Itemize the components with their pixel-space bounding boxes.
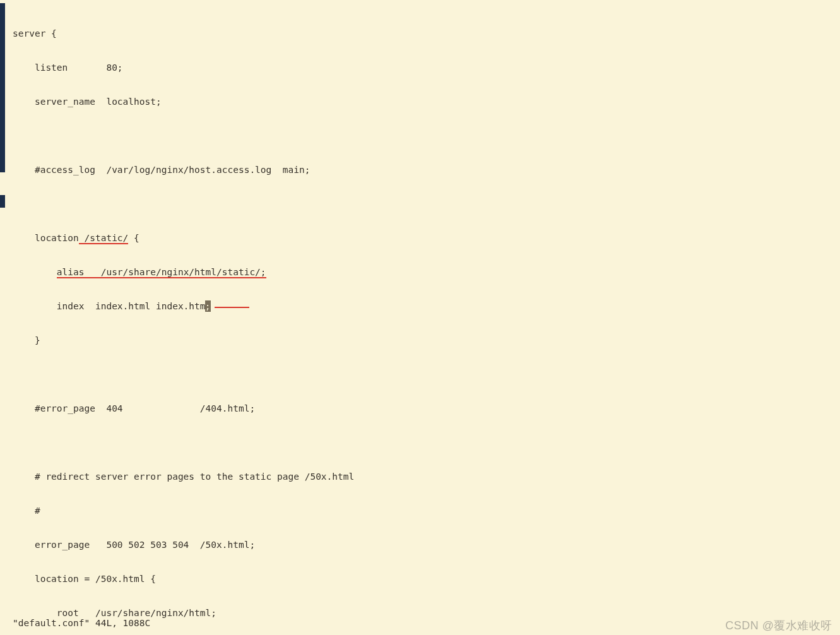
code-line: alias /usr/share/nginx/html/static/; <box>13 266 835 278</box>
code-line: #access_log /var/log/nginx/host.access.l… <box>13 164 835 175</box>
editor-content[interactable]: server { listen 80; server_name localhos… <box>13 5 835 635</box>
code-line: # <box>13 505 835 516</box>
annotation-underline: /static/ <box>79 233 129 244</box>
code-line: index index.html index.htm; <box>13 300 835 312</box>
editor-cursor: ; <box>205 300 211 312</box>
code-line: location = /50x.html { <box>13 573 835 585</box>
gutter-mark-top <box>0 3 5 172</box>
code-line: # redirect server error pages to the sta… <box>13 471 835 482</box>
code-line <box>13 437 835 448</box>
watermark-text: CSDN @覆水难收呀 <box>725 620 832 631</box>
annotation-stroke <box>215 307 249 308</box>
code-line <box>13 198 835 210</box>
code-line: location /static/ { <box>13 232 835 244</box>
code-line: server_name localhost; <box>13 96 835 107</box>
annotation-underline: alias /usr/share/nginx/html/static/; <box>57 267 266 278</box>
code-line: } <box>13 335 835 346</box>
editor-gutter <box>0 0 5 635</box>
vim-status-line: "default.conf" 44L, 1088C <box>13 617 150 629</box>
code-line <box>13 369 835 380</box>
code-line: listen 80; <box>13 62 835 73</box>
code-line: error_page 500 502 503 504 /50x.html; <box>13 539 835 550</box>
code-line: #error_page 404 /404.html; <box>13 403 835 414</box>
code-line: server { <box>13 28 835 39</box>
code-line <box>13 130 835 141</box>
gutter-mark-mid <box>0 195 5 208</box>
